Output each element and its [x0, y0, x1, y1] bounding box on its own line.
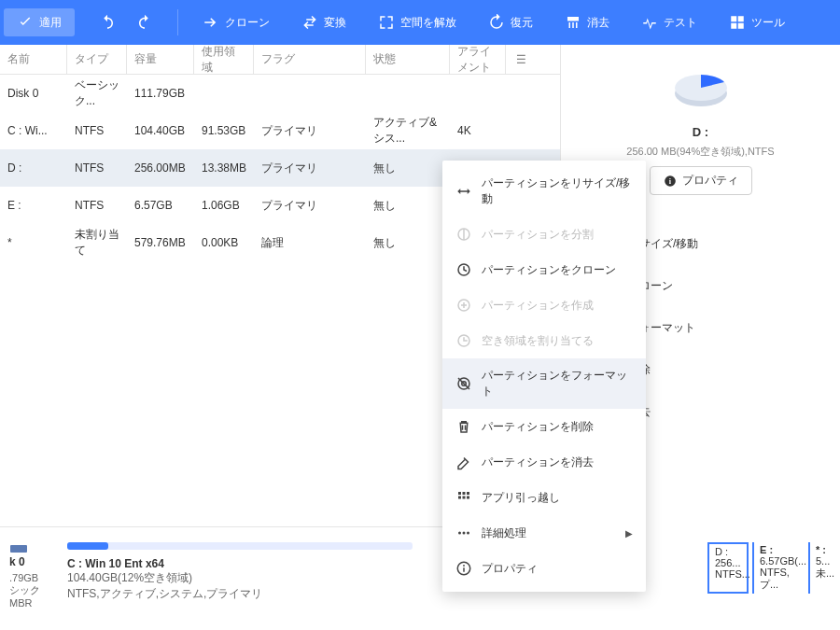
redo-icon	[136, 14, 153, 31]
ctx-delete[interactable]: パーティションを削除	[442, 409, 646, 444]
context-menu: パーティションをリサイズ/移動 パーティションを分割 パーティションをクローン …	[442, 161, 646, 592]
mini-l1: 6.57GB(...	[760, 555, 799, 567]
col-status[interactable]: 状態	[366, 45, 450, 74]
cell-used: 0.00KB	[194, 236, 254, 249]
cell-type: NTFS	[67, 161, 127, 175]
mini-l2: NTFS,プ...	[760, 567, 799, 592]
clone-button[interactable]: クローン	[195, 8, 277, 36]
col-flag[interactable]: フラグ	[254, 45, 366, 74]
tools-button[interactable]: ツール	[721, 8, 792, 36]
expand-icon	[378, 14, 395, 31]
cell-type: 未割り当て	[67, 227, 127, 259]
col-align[interactable]: アライメント	[450, 45, 506, 74]
grid-icon	[729, 14, 746, 31]
apply-label: 適用	[39, 15, 62, 31]
more-icon	[455, 525, 472, 541]
undo-button[interactable]	[91, 8, 123, 36]
cell-name: E :	[0, 199, 67, 212]
undo-icon	[99, 14, 116, 31]
shred-icon	[565, 14, 581, 31]
ctx-label: パーティションを分割	[482, 227, 594, 243]
prop-label: プロパティ	[682, 173, 738, 189]
disk-icon	[9, 542, 28, 555]
ctx-allocate: 空き領域を割り当てる	[442, 323, 646, 358]
svg-point-11	[458, 532, 461, 535]
apply-button[interactable]: 適用	[4, 8, 75, 36]
ctx-clone[interactable]: パーティションをクローン	[442, 252, 646, 287]
mini-l1: 5...	[816, 555, 834, 567]
ctx-label: パーティションを作成	[482, 298, 594, 314]
cell-name: Disk 0	[0, 87, 67, 100]
mini-unalloc-block[interactable]: * : 5... 未...	[808, 542, 840, 594]
cell-status: アクティブ&シス...	[366, 115, 450, 147]
apps-icon	[455, 489, 472, 506]
check-icon	[17, 14, 34, 31]
content-area: 名前 タイプ 容量 使用領域 フラグ 状態 アライメント ☰ Disk 0 ベー…	[0, 45, 840, 527]
cell-flag: プライマリ	[254, 123, 366, 139]
info-icon: i	[664, 175, 677, 188]
resize-icon	[455, 183, 472, 200]
mini-l2: NTFS...	[715, 568, 741, 580]
cell-align: 4K	[450, 124, 506, 137]
wipe-button[interactable]: 消去	[557, 8, 617, 36]
svg-point-13	[467, 532, 469, 535]
free-space-button[interactable]: 空間を解放	[371, 8, 464, 36]
ctx-label: プロパティ	[482, 561, 538, 577]
disk-style: シック MBR	[9, 583, 58, 609]
ctx-label: パーティションをフォーマット	[482, 368, 633, 399]
ctx-advanced[interactable]: 詳細処理▶	[442, 515, 646, 551]
cell-size: 6.57GB	[127, 199, 194, 212]
cell-size: 256.00MB	[127, 161, 194, 175]
cell-size: 104.40GB	[127, 124, 194, 137]
mini-t: E :	[760, 544, 799, 555]
test-button[interactable]: テスト	[634, 8, 705, 36]
convert-button[interactable]: 変換	[294, 8, 354, 36]
restore-button[interactable]: 復元	[481, 8, 540, 36]
cell-size: 579.76MB	[127, 236, 194, 249]
col-used[interactable]: 使用領域	[194, 45, 254, 74]
cell-size: 111.79GB	[127, 87, 194, 100]
cell-status: 無し	[366, 198, 450, 214]
disk-size: .79GB	[9, 572, 58, 583]
cell-type: ベーシック...	[67, 77, 127, 109]
col-menu-icon[interactable]: ☰	[506, 53, 536, 66]
disk-summary[interactable]: k 0 .79GB シック MBR	[0, 535, 67, 616]
pulse-icon	[641, 14, 658, 31]
redo-button[interactable]	[129, 8, 161, 36]
ctx-erase[interactable]: パーティションを消去	[442, 444, 646, 480]
mini-e-block[interactable]: E : 6.57GB(... NTFS,プ...	[752, 542, 805, 594]
ctx-format[interactable]: パーティションをフォーマット	[442, 358, 646, 409]
tb-label: ツール	[751, 15, 785, 31]
eraser-icon	[455, 454, 472, 470]
disk-title: k 0	[9, 555, 58, 568]
col-size[interactable]: 容量	[127, 45, 194, 74]
properties-button[interactable]: i プロパティ	[650, 166, 752, 195]
side-title: D :	[576, 125, 825, 139]
col-name[interactable]: 名前	[0, 45, 67, 74]
mini-t: D :	[715, 546, 741, 557]
convert-icon	[301, 14, 318, 31]
ctx-label: パーティションをクローン	[482, 262, 616, 278]
col-type[interactable]: タイプ	[67, 45, 127, 74]
svg-rect-16	[463, 567, 465, 572]
ctx-split: パーティションを分割	[442, 217, 646, 252]
table-row[interactable]: C : Wi... NTFS 104.40GB 91.53GB プライマリ アク…	[0, 112, 560, 149]
mini-partitions: D : 256... NTFS... E : 6.57GB(... NTFS,プ…	[707, 539, 840, 594]
clone-icon	[455, 261, 472, 278]
cell-used: 13.38MB	[194, 161, 254, 175]
ctx-properties[interactable]: プロパティ	[442, 551, 646, 586]
tb-label: 空間を解放	[400, 15, 456, 31]
cell-status: 無し	[366, 161, 450, 176]
cell-type: NTFS	[67, 124, 127, 137]
tb-label: 変換	[324, 15, 346, 31]
mini-t: * :	[816, 544, 834, 555]
table-row[interactable]: Disk 0 ベーシック... 111.79GB	[0, 75, 560, 112]
ctx-label: パーティションを消去	[482, 455, 594, 470]
ctx-label: アプリ引っ越し	[482, 490, 560, 506]
mini-d-block[interactable]: D : 256... NTFS...	[707, 542, 749, 594]
submenu-arrow-icon: ▶	[625, 528, 633, 539]
ctx-resize[interactable]: パーティションをリサイズ/移動	[442, 166, 646, 217]
format-icon	[455, 375, 472, 392]
cell-flag: 論理	[254, 235, 366, 251]
ctx-migrate[interactable]: アプリ引っ越し	[442, 480, 646, 515]
